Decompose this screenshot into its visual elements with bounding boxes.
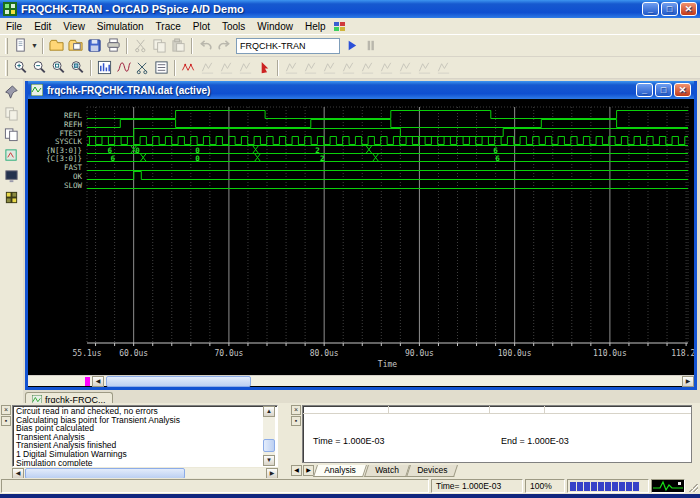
fourier-button[interactable]: [114, 58, 133, 77]
scroll-thumb[interactable]: [106, 376, 251, 387]
menu-window[interactable]: Window: [251, 20, 299, 33]
cursor-search-button: [396, 58, 415, 77]
status-bar: Time= 1.000E-03 100%: [0, 478, 700, 494]
plot-axis-settings-button[interactable]: [95, 58, 114, 77]
x-tick-label: 70.0us: [214, 349, 243, 358]
pages-tool-button[interactable]: [2, 125, 21, 144]
plot-maximize-button[interactable]: □: [655, 83, 672, 97]
text-log-button[interactable]: [152, 58, 171, 77]
close-button[interactable]: ✕: [680, 2, 697, 16]
meas-icon: [398, 60, 413, 75]
menu-help[interactable]: Help: [299, 20, 332, 33]
print-button[interactable]: [104, 36, 123, 55]
analysis-time-value: Time = 1.000E-03: [313, 436, 384, 446]
scroll-thumb[interactable]: [263, 439, 275, 452]
new-file-dropdown-icon[interactable]: ▼: [30, 36, 39, 55]
view-measurement-button: [217, 58, 236, 77]
pages-icon: [4, 127, 19, 142]
new-file-button[interactable]: [11, 36, 30, 55]
bus-value-label: 6: [110, 154, 115, 163]
menu-trace[interactable]: Trace: [150, 20, 187, 33]
menu-simulation[interactable]: Simulation: [91, 20, 150, 33]
waveform-trace: [87, 137, 688, 145]
scroll-down-arrow[interactable]: ▼: [263, 455, 275, 466]
output-message: Simulation complete: [16, 459, 275, 467]
output-message-list[interactable]: Circuit read in and checked, no errors C…: [12, 405, 278, 467]
waveform-plot-area[interactable]: REFLREFHFTESTSYSCLK{N[3:0]}60026{C[3:0]}…: [28, 99, 694, 375]
toolbar-separator: [277, 60, 279, 76]
waveform-trace: [87, 129, 688, 137]
plot-horizontal-scrollbar[interactable]: ◀ ▶: [28, 375, 694, 386]
resize-grip[interactable]: [687, 479, 699, 493]
plot-minimize-button[interactable]: _: [636, 83, 653, 97]
toolbar-grip[interactable]: [5, 38, 8, 54]
cut-button: [131, 36, 150, 55]
plot-close-button[interactable]: ✕: [674, 83, 691, 97]
watch-close-icon[interactable]: ×: [291, 405, 301, 415]
zoom-out-button[interactable]: [30, 58, 49, 77]
mark-data-points-button[interactable]: [179, 58, 198, 77]
signal-name-label: FAST: [64, 163, 83, 172]
toolbar-grip[interactable]: [5, 60, 8, 76]
performance-analysis-button[interactable]: [133, 58, 152, 77]
zoom-area-button[interactable]: [49, 58, 68, 77]
plot-window-titlebar[interactable]: frqchk-FRQCHK-TRAN.dat (active) _ □ ✕: [28, 81, 694, 99]
menu-tools[interactable]: Tools: [216, 20, 251, 33]
zoom-fit-button[interactable]: [68, 58, 87, 77]
meas-icon: [303, 60, 318, 75]
scroll-right-arrow[interactable]: ▶: [682, 376, 694, 387]
display-control-button[interactable]: [2, 167, 21, 186]
scroll-left-arrow[interactable]: ◀: [92, 376, 104, 387]
tab-watch[interactable]: Watch: [364, 465, 410, 477]
tab-analysis[interactable]: Analysis: [313, 465, 367, 477]
eval-measurement-button: [198, 58, 217, 77]
tab-devices[interactable]: Devices: [406, 465, 458, 477]
output-panel-controls: × ▪: [1, 405, 12, 426]
meas-icon: [322, 60, 337, 75]
output-close-icon[interactable]: ×: [1, 405, 11, 415]
scroll-up-arrow[interactable]: ▲: [263, 406, 275, 417]
cursor-min-button: [339, 58, 358, 77]
run-simulation-button[interactable]: [342, 36, 361, 55]
x-tick-label: 60.0us: [119, 349, 148, 358]
toolbar-separator: [90, 60, 92, 76]
open-simulation-button[interactable]: [66, 36, 85, 55]
panel-splitter[interactable]: [278, 403, 290, 478]
cursor-slope-button: [320, 58, 339, 77]
zoom-in-button[interactable]: [11, 58, 30, 77]
menu-file[interactable]: File: [0, 20, 28, 33]
open-file-button[interactable]: [47, 36, 66, 55]
x-tick-label: 110.0us: [593, 349, 627, 358]
output-pin-icon[interactable]: ▪: [1, 416, 11, 426]
watch-pin-icon[interactable]: ▪: [291, 416, 301, 426]
output-vertical-scrollbar[interactable]: ▲ ▼: [263, 406, 275, 466]
zoomarea-icon: [51, 60, 66, 75]
plot-doc-icon: [31, 84, 43, 96]
app-icon: [3, 2, 17, 16]
simulation-profile-combo[interactable]: [236, 38, 340, 54]
tab-scroll-right-icon[interactable]: ▶: [303, 465, 314, 476]
minimize-button[interactable]: _: [642, 2, 659, 16]
pushpin-tool-button[interactable]: [2, 83, 21, 102]
redo-icon: [217, 38, 232, 53]
signal-name-label: SYSCLK: [55, 137, 83, 146]
redo-button: [215, 36, 234, 55]
menu-edit[interactable]: Edit: [28, 20, 57, 33]
menu-view[interactable]: View: [57, 20, 91, 33]
cursor-toggle-button[interactable]: [255, 58, 274, 77]
simulation-queue-button[interactable]: [2, 146, 21, 165]
maximize-button[interactable]: □: [661, 2, 678, 16]
tab-scroll-left-icon[interactable]: ◀: [291, 465, 302, 476]
menu-plot[interactable]: Plot: [187, 20, 216, 33]
pin-icon: [4, 85, 19, 100]
save-button[interactable]: [85, 36, 104, 55]
digital-waveform-chart: REFLREFHFTESTSYSCLK{N[3:0]}60026{C[3:0]}…: [28, 99, 694, 375]
probe-plot-window: frqchk-FRQCHK-TRAN.dat (active) _ □ ✕ RE…: [25, 81, 697, 390]
undo-button: [196, 36, 215, 55]
macros-button[interactable]: [2, 188, 21, 207]
status-progress-text: 100%: [525, 479, 565, 493]
x-tick-label: 90.0us: [405, 349, 434, 358]
meas-icon: [200, 60, 215, 75]
copy-button: [150, 36, 169, 55]
undo-icon: [198, 38, 213, 53]
